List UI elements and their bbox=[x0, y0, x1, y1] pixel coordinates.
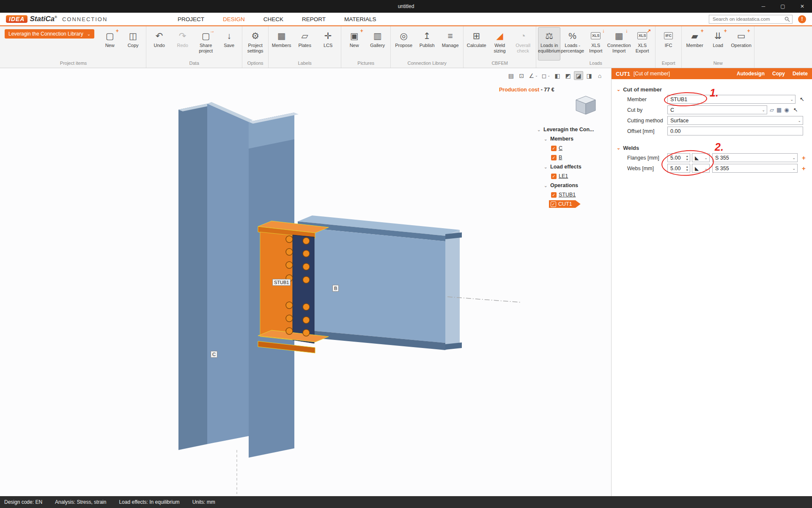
ribbon-button-connection-import[interactable]: ▦↓Connection Import bbox=[608, 27, 630, 61]
tree-item-le1[interactable]: ✓LE1 bbox=[537, 171, 610, 181]
ribbon-button-new[interactable]: ▢+New bbox=[99, 27, 121, 61]
tree-item-stub1[interactable]: ✓STUB1 bbox=[537, 190, 610, 199]
checkbox-checked[interactable]: ✓ bbox=[551, 146, 557, 151]
close-icon[interactable]: ✕ bbox=[793, 0, 812, 13]
spin-down-icon[interactable]: ▼ bbox=[686, 158, 689, 161]
window-title: untitled bbox=[0, 3, 812, 9]
search-box[interactable] bbox=[709, 15, 793, 24]
checkbox-checked[interactable]: ✓ bbox=[551, 192, 557, 198]
clipping-box-icon[interactable]: ◻⌄ bbox=[540, 71, 551, 80]
view-section-icon[interactable]: ◨ bbox=[584, 71, 594, 80]
collapse-icon[interactable]: ⌄ bbox=[537, 127, 541, 132]
ribbon-button-calculate[interactable]: ⊞Calculate bbox=[465, 27, 488, 61]
collapse-icon[interactable]: ⌄ bbox=[544, 165, 548, 169]
ribbon-button-members[interactable]: ▦Members bbox=[270, 27, 293, 61]
home-view-icon[interactable]: ⌂ bbox=[595, 71, 604, 80]
ribbon-button-loads-percentage[interactable]: %Loads - percentage bbox=[561, 27, 584, 61]
view-front-icon[interactable]: ◩ bbox=[563, 71, 573, 80]
grid-pick-icon[interactable]: ▦ bbox=[776, 107, 782, 113]
ribbon-button-weld-sizing[interactable]: ◢Weld sizing bbox=[488, 27, 511, 61]
web-material-select[interactable]: S 355 ⌄ bbox=[712, 164, 798, 173]
plate-pick-icon[interactable]: ▱ bbox=[770, 107, 774, 113]
web-weld-type-select[interactable]: ◣ ⌄ bbox=[692, 164, 710, 173]
view-top-icon[interactable]: ◧ bbox=[553, 71, 562, 80]
spin-up-icon[interactable]: ▲ bbox=[686, 155, 689, 157]
tab-materials[interactable]: MATERIALS bbox=[344, 16, 376, 22]
ribbon-button-operation[interactable]: ▭+Operation bbox=[730, 27, 752, 61]
member-select[interactable]: STUB1 ⌄ bbox=[667, 95, 796, 104]
selected-operation-banner[interactable]: ✓CUT1 bbox=[549, 200, 581, 208]
ribbon-button-lcs[interactable]: ✛LCS bbox=[317, 27, 339, 61]
section-cut-of-member[interactable]: ⌄ Cut of member bbox=[612, 85, 812, 94]
pick-cut-by-icon[interactable]: ↖ bbox=[793, 107, 798, 113]
tab-project[interactable]: PROJECT bbox=[178, 16, 204, 22]
navigation-cube[interactable] bbox=[573, 94, 598, 116]
measure-icon[interactable]: ∠⌄ bbox=[527, 71, 539, 80]
collapse-icon[interactable]: ⌄ bbox=[544, 137, 548, 141]
scene-3d[interactable] bbox=[0, 68, 611, 496]
ribbon-button-ifc[interactable]: IFCIFC bbox=[657, 27, 680, 61]
tree-root-leveragin-the-con[interactable]: ⌄Leveragin the Con... bbox=[537, 125, 610, 134]
tree-selected-cut1[interactable]: ✓CUT1 bbox=[537, 199, 610, 209]
flange-material-select[interactable]: S 355 ⌄ bbox=[712, 153, 798, 162]
label-column-c[interactable]: C bbox=[211, 351, 217, 358]
zoom-fit-icon[interactable]: ⊡ bbox=[517, 71, 526, 80]
ribbon-button-publish[interactable]: ↥Publish bbox=[416, 27, 438, 61]
solid-pick-icon[interactable]: ◉ bbox=[784, 107, 789, 113]
collapse-icon[interactable]: ⌄ bbox=[544, 183, 548, 188]
tree-item-c[interactable]: ✓C bbox=[537, 144, 610, 153]
tree-section-members[interactable]: ⌄Members bbox=[537, 134, 610, 144]
tab-check[interactable]: CHECK bbox=[263, 16, 283, 22]
pick-member-icon[interactable]: ↖ bbox=[800, 96, 804, 102]
connection-library-dropdown[interactable]: Leveragin the Connection Library⌄ bbox=[5, 29, 94, 39]
tab-design[interactable]: DESIGN bbox=[223, 16, 245, 22]
ribbon-button-xls-import[interactable]: XLS↓XLS Import bbox=[584, 27, 607, 61]
delete-operation-button[interactable]: Delete bbox=[793, 71, 808, 77]
label-stub1[interactable]: STUB1 bbox=[272, 279, 291, 286]
add-web-weld-button[interactable]: + bbox=[802, 165, 806, 172]
ribbon-button-undo[interactable]: ↶Undo bbox=[148, 27, 170, 61]
maximize-icon[interactable]: ▢ bbox=[773, 0, 793, 13]
spin-down-icon[interactable]: ▼ bbox=[686, 168, 689, 171]
ribbon-button-new[interactable]: ▣+New bbox=[343, 27, 365, 61]
checkbox-checked[interactable]: ✓ bbox=[551, 202, 556, 207]
tab-report[interactable]: REPORT bbox=[302, 16, 326, 22]
ribbon-button-plates[interactable]: ▱Plates bbox=[294, 27, 316, 61]
checkbox-checked[interactable]: ✓ bbox=[551, 155, 557, 160]
spin-up-icon[interactable]: ▲ bbox=[686, 165, 689, 168]
tree-section-operations[interactable]: ⌄Operations bbox=[537, 181, 610, 190]
ribbon-button-loads-in-equilibrium[interactable]: ⚖Loads in equilibrium bbox=[538, 27, 560, 61]
cutting-method-select[interactable]: Surface ⌄ bbox=[667, 116, 803, 125]
view-solid-icon[interactable]: ◪ bbox=[574, 71, 583, 80]
ribbon-button-share-project[interactable]: ▢→Share project bbox=[195, 27, 217, 61]
ribbon-button-project-settings[interactable]: ⚙Project settings bbox=[244, 27, 266, 61]
offset-input[interactable]: 0.00 bbox=[667, 127, 803, 135]
label-beam-b[interactable]: B bbox=[332, 285, 339, 292]
cut-by-select[interactable]: C ⌄ bbox=[667, 105, 767, 114]
ribbon-button-save[interactable]: ↓Save bbox=[218, 27, 240, 61]
ribbon-button-manage[interactable]: ≡Manage bbox=[439, 27, 461, 61]
autodesign-button[interactable]: Autodesign bbox=[737, 71, 765, 77]
copy-operation-button[interactable]: Copy bbox=[772, 71, 785, 77]
checkbox-checked[interactable]: ✓ bbox=[551, 174, 557, 179]
ribbon-button-copy[interactable]: ◫Copy bbox=[122, 27, 144, 61]
tree-item-b[interactable]: ✓B bbox=[537, 153, 610, 162]
web-weld-size-input[interactable]: 5.00 ▲▼ bbox=[667, 164, 690, 173]
flange-weld-size-input[interactable]: 5.00 ▲▼ bbox=[667, 153, 690, 162]
redo-icon: ↷ bbox=[179, 31, 187, 40]
tree-section-load-effects[interactable]: ⌄Load effects bbox=[537, 162, 610, 171]
search-input[interactable] bbox=[713, 17, 785, 22]
display-mode-icon[interactable]: ▤ bbox=[506, 71, 516, 80]
ribbon-button-xls-export[interactable]: XLS↗XLS Export bbox=[631, 27, 653, 61]
section-welds[interactable]: ⌄ Welds bbox=[612, 144, 812, 152]
notification-icon[interactable]: ! bbox=[798, 15, 806, 23]
beam-member-b[interactable] bbox=[298, 215, 462, 350]
ribbon-button-gallery[interactable]: ▥Gallery bbox=[366, 27, 389, 61]
flange-weld-type-select[interactable]: ◣ ⌄ bbox=[692, 153, 710, 162]
ribbon-button-load[interactable]: ⇊+Load bbox=[707, 27, 729, 61]
minimize-icon[interactable]: ─ bbox=[754, 0, 773, 13]
viewport-3d[interactable]: ▤⊡∠⌄◻⌄◧◩◪◨⌂ Production cost - 77 € ⌄Leve… bbox=[0, 68, 611, 496]
add-flange-weld-button[interactable]: + bbox=[802, 154, 806, 161]
ribbon-button-propose[interactable]: ◎Propose bbox=[392, 27, 415, 61]
ribbon-button-member[interactable]: ▰+Member bbox=[683, 27, 706, 61]
